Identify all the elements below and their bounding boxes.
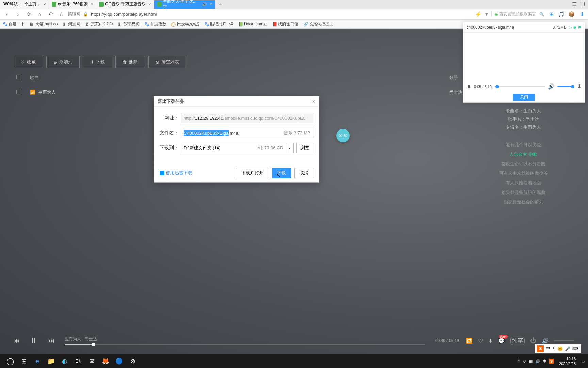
menu-icon[interactable]: ☰ [572,2,577,7]
dialog-titlebar[interactable]: 新建下载任务 × [154,96,319,107]
explorer-icon[interactable]: 📁 [44,354,58,368]
bookmark-item[interactable]: 🗎苏宁易购 [117,21,140,27]
edge-icon[interactable]: e [31,354,44,368]
add-to-button[interactable]: ⊕添加到 [46,56,80,68]
tab-3-active[interactable]: 生而为人-尚士达...正🔊× [154,0,215,9]
floating-timer-bubble[interactable]: 00:50 [336,129,350,142]
tab-0[interactable]: 360导航_一个主页，× [0,0,49,9]
preview-progress[interactable] [494,86,545,87]
download-and-open-button[interactable]: 下载并打开 [236,168,268,178]
flag-icon[interactable]: ⚑ [578,25,582,30]
ime-mic-icon[interactable]: 🎤 [565,346,570,351]
tray-ime-icon[interactable]: 中 [543,359,546,364]
toggle-off-icon[interactable]: ⏻ [530,337,536,344]
download-icon[interactable]: ⬇ [577,83,582,90]
clear-button[interactable]: ⊘清空列表 [148,56,186,68]
tray-volume-icon[interactable]: 🔊 [535,359,540,364]
app-icon[interactable]: ⊗ [126,354,140,368]
volume-icon[interactable]: 🔊 [548,83,555,90]
close-icon[interactable]: × [210,2,212,7]
mail-icon[interactable]: ✉ [85,354,99,368]
close-icon[interactable]: × [43,2,46,7]
undo-button[interactable]: ↶ [46,10,54,18]
url-input[interactable]: http://112.29.192.40/amobile.music.tc.qq… [181,113,313,123]
ime-punct-icon[interactable]: °, [552,346,555,351]
home-button[interactable]: ⌂ [35,10,44,18]
notifications-icon[interactable]: ▭ [581,359,585,364]
download-item[interactable]: c400002kupeu3xslga.m4a 3.72MB ▷ ◉ ⚑ [463,22,585,33]
bookmark-item[interactable]: 🗎淘宝网 [62,21,80,27]
path-input[interactable]: D:\新建文件夹 (14) 剩: 79.96 GB [181,143,286,153]
task-view-button[interactable]: ⊞ [17,354,31,368]
next-button[interactable]: ⏭ [48,337,54,344]
download-button[interactable]: 下载 [272,168,291,178]
flash-icon[interactable]: ⚡ [475,11,482,17]
bookmark-item[interactable]: 🗎京东(JD.CO [85,21,113,27]
tray-up-icon[interactable]: ˄ [518,359,520,364]
ime-keyboard-icon[interactable]: ⌨ [572,346,579,351]
pause-button[interactable]: ⏸ [30,336,38,346]
browser-icon[interactable]: ◐ [58,354,71,368]
bookmark-item[interactable]: 🗎天猫tmall.co [30,21,58,27]
bookmark-item[interactable]: 🐾贴吧用户_5X [204,21,233,27]
store-icon[interactable]: 🛍 [71,354,85,368]
bookmark-item[interactable]: 📕我的图书馆 [272,21,298,27]
bookmark-item[interactable]: 🐾百度一下 [3,21,25,27]
play-icon[interactable]: ▷ [569,25,572,30]
site-identity[interactable]: 腾讯网 [68,11,80,17]
close-panel-button[interactable]: 关闭 [513,94,535,101]
bookmark-item[interactable]: ◯http://www.3 [171,22,199,27]
search-input[interactable]: ◉ 西安发现长恨歌骗言 🔍 [491,11,544,17]
tray-security-icon[interactable]: 🛡 [523,359,526,363]
tab-1[interactable]: qq音乐_360搜索× [49,0,96,9]
new-tab-button[interactable]: + [215,1,225,7]
ime-emoji-icon[interactable]: 😊 [557,346,563,351]
tray-app-icon[interactable]: ▦ [529,359,533,364]
bookmark-item[interactable]: 📗Docin.com豆 [238,21,267,27]
extension-icon[interactable]: 📦 [568,11,575,18]
close-icon[interactable]: × [91,2,93,7]
restore-icon[interactable]: ❐ [580,2,585,7]
firefox-icon[interactable]: 🦊 [99,354,112,368]
prev-button[interactable]: ⏮ [14,337,20,344]
preview-volume[interactable] [557,86,574,87]
close-icon[interactable]: × [148,2,151,7]
music-icon[interactable]: 🎵 [558,11,565,18]
sogou-ime-icon[interactable]: S [537,345,544,352]
checkbox[interactable] [16,90,21,94]
volume-slider[interactable] [554,340,574,341]
open-icon[interactable]: ◉ [573,25,576,30]
download-button[interactable]: ⬇下载 [83,56,112,68]
progress-slider[interactable] [65,344,425,345]
forward-button[interactable]: › [14,10,22,18]
apps-icon[interactable]: ⊞ [548,11,555,18]
favorite-button[interactable]: ♡收藏 [14,56,43,68]
bookmark-item[interactable]: 🐾百度指数 [144,21,166,27]
start-button[interactable]: ◯ [3,354,17,368]
pure-mode-button[interactable]: 纯享 [510,337,525,345]
like-button[interactable]: ♡ [478,338,483,344]
thunder-download-link[interactable]: 使用迅雷下载 [160,170,192,176]
loop-button[interactable]: 🔁 [466,338,473,344]
search-icon[interactable]: 🔍 [539,12,544,17]
checkbox[interactable] [16,75,21,79]
url-input[interactable]: https://y.qq.com/portal/player.html [91,12,157,17]
download-icon[interactable]: ⬇ [578,11,585,18]
tab-2[interactable]: QQ音乐-千万正版音乐× [96,0,154,9]
comment-button[interactable]: 💬999+ [498,338,505,344]
ime-mode[interactable]: 中 [546,346,550,352]
filename-input[interactable]: C400002KupEu3xSlga.m4a 音乐 3.72 MB [181,128,313,138]
path-dropdown-button[interactable]: ▾ [286,143,294,153]
taskbar-clock[interactable]: 10:16 2020/9/28 [559,356,576,366]
ime-toolbar[interactable]: S 中 °, 😊 🎤 ⌨ [535,344,581,353]
download-button[interactable]: ⬇ [488,338,493,344]
sogou-tray-icon[interactable]: S [549,359,554,364]
volume-button[interactable]: 🔊 [542,338,549,344]
close-icon[interactable]: × [312,98,315,105]
cancel-button[interactable]: 取消 [294,168,313,178]
delete-button[interactable]: 🗑删除 [115,56,145,68]
reload-button[interactable]: ⟳ [24,10,33,18]
star-button[interactable]: ☆ [57,10,65,18]
back-button[interactable]: ‹ [3,10,11,18]
pause-button[interactable]: ⏸ [467,84,471,89]
